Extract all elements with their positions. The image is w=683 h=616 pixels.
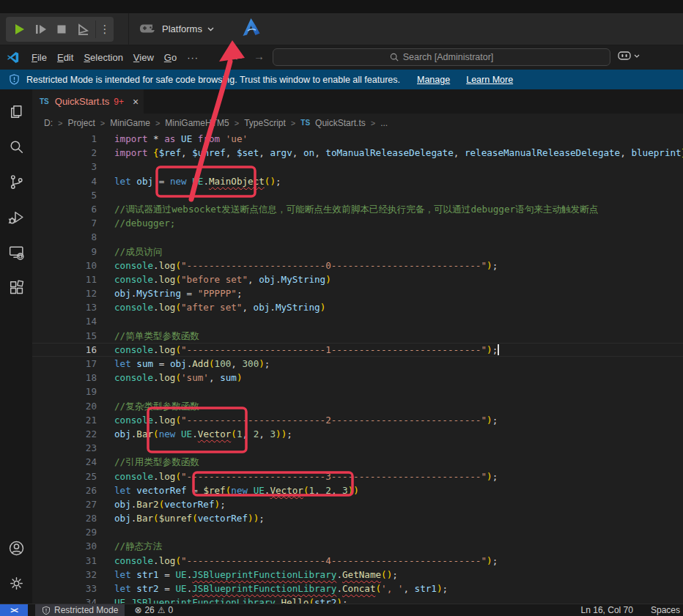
code-line-5[interactable]: 5 bbox=[32, 188, 683, 202]
breadcrumb-item-typescript[interactable]: TypeScript bbox=[244, 118, 286, 128]
remote-explorer-icon[interactable] bbox=[0, 234, 32, 270]
close-tab-button[interactable]: × bbox=[133, 96, 139, 108]
code-line-29[interactable]: 29 bbox=[32, 525, 683, 539]
cursor-position-status[interactable]: Ln 16, Col 70 bbox=[572, 605, 642, 615]
tab-quickstart[interactable]: TS QuickStart.ts 9+ × bbox=[32, 89, 144, 114]
chevron-down-icon bbox=[634, 54, 640, 58]
platforms-dropdown[interactable]: Platforms bbox=[139, 23, 214, 34]
line-content: //成员访问 bbox=[97, 245, 163, 259]
code-line-27[interactable]: 27obj.Bar2(vectorRef); bbox=[32, 497, 683, 511]
code-line-31[interactable]: 31console.log("-------------------------… bbox=[32, 554, 683, 568]
extensions-icon[interactable] bbox=[0, 270, 32, 305]
editor[interactable]: 1import * as UE from 'ue'2import {$ref, … bbox=[32, 132, 683, 604]
restricted-mode-banner: Restricted Mode is intended for safe cod… bbox=[0, 70, 683, 89]
code-line-6[interactable]: 6//调试器通过websocket发送断点信息，可能断点生效前脚本已经执行完备，… bbox=[32, 202, 683, 216]
search-placeholder: Search [Administrator] bbox=[403, 52, 494, 62]
vscode-titlebar: FileEditSelectionViewGo ··· ← → Search [… bbox=[0, 45, 683, 70]
line-content: obj.Bar($unref(vectorRef)); bbox=[97, 511, 265, 525]
search-icon[interactable] bbox=[0, 129, 32, 164]
more-options-button[interactable]: ⋮ bbox=[98, 23, 111, 36]
code-line-19[interactable]: 19 bbox=[32, 385, 683, 398]
menu-edit[interactable]: Edit bbox=[52, 50, 78, 65]
code-line-32[interactable]: 32let str1 = UE.JSBlueprintFunctionLibra… bbox=[32, 568, 683, 582]
blue-a-app-logo-icon[interactable] bbox=[240, 16, 262, 42]
code-line-23[interactable]: 23 bbox=[32, 441, 683, 455]
platforms-label: Platforms bbox=[162, 23, 202, 34]
code-line-4[interactable]: 4let obj = new UE.MainObject(); bbox=[32, 174, 683, 188]
breadcrumb-item-minigame[interactable]: MiniGame bbox=[110, 118, 150, 128]
play-button[interactable] bbox=[8, 18, 29, 40]
breadcrumb: D:>Project>MiniGame>MiniGameHTM5>TypeScr… bbox=[32, 114, 683, 132]
code-line-3[interactable]: 3 bbox=[32, 160, 683, 174]
text-cursor bbox=[498, 344, 499, 355]
code-line-26[interactable]: 26let vectorRef = $ref(new UE.Vector(1, … bbox=[32, 483, 683, 497]
frame-advance-button[interactable] bbox=[29, 18, 51, 40]
code-line-13[interactable]: 13console.log("after set", obj.MyString) bbox=[32, 300, 683, 314]
navigate-back-button[interactable]: ← bbox=[233, 50, 244, 62]
menu-view[interactable]: View bbox=[128, 50, 159, 65]
code-line-18[interactable]: 18console.log('sum', sum) bbox=[32, 371, 683, 385]
code-line-17[interactable]: 17let sum = obj.Add(100, 300); bbox=[32, 357, 683, 371]
line-content: //引用类型参数函数 bbox=[97, 455, 199, 469]
code-line-30[interactable]: 30//静态方法 bbox=[32, 539, 683, 553]
code-line-34[interactable]: 34UE.JSBlueprintFunctionLibrary.Hello(st… bbox=[32, 595, 683, 604]
menu-file[interactable]: File bbox=[26, 50, 52, 65]
learn-more-link[interactable]: Learn More bbox=[466, 75, 513, 85]
code-line-7[interactable]: 7//debugger; bbox=[32, 216, 683, 230]
code-line-20[interactable]: 20//复杂类型参数函数 bbox=[32, 399, 683, 413]
explorer-icon[interactable] bbox=[0, 94, 32, 129]
code-line-24[interactable]: 24//引用类型参数函数 bbox=[32, 455, 683, 469]
code-line-25[interactable]: 25console.log("-------------------------… bbox=[32, 470, 683, 483]
search-input[interactable]: Search [Administrator] bbox=[273, 48, 610, 66]
run-debug-icon[interactable] bbox=[0, 199, 32, 234]
menu-more-button[interactable]: ··· bbox=[182, 50, 204, 65]
problems-status[interactable]: ⊗ 26 ⚠ 0 bbox=[128, 604, 180, 616]
code-line-15[interactable]: 15//简单类型参数函数 bbox=[32, 329, 683, 343]
code-line-10[interactable]: 10console.log("-------------------------… bbox=[32, 259, 683, 272]
code-line-33[interactable]: 33let str2 = UE.JSBlueprintFunctionLibra… bbox=[32, 582, 683, 595]
breadcrumb-separator: > bbox=[155, 119, 160, 127]
breadcrumb-item-quickstartts[interactable]: TSQuickStart.ts bbox=[300, 118, 365, 128]
line-number: 31 bbox=[32, 554, 97, 568]
stop-button[interactable] bbox=[51, 18, 72, 40]
line-content: console.log("before set", obj.MyString) bbox=[97, 272, 331, 286]
code-line-22[interactable]: 22obj.Bar(new UE.Vector(1, 2, 3)); bbox=[32, 427, 683, 441]
line-number: 24 bbox=[32, 455, 97, 469]
menu-go[interactable]: Go bbox=[159, 50, 182, 65]
menu-bar-items: FileEditSelectionViewGo bbox=[26, 50, 182, 65]
copilot-menu-button[interactable] bbox=[618, 51, 640, 61]
code-line-11[interactable]: 11console.log("before set", obj.MyString… bbox=[32, 272, 683, 286]
remote-indicator[interactable]: >< bbox=[0, 604, 28, 616]
line-content: obj.Bar(new UE.Vector(1, 2, 3)); bbox=[97, 427, 292, 441]
manage-link[interactable]: Manage bbox=[417, 75, 450, 85]
code-line-16[interactable]: 16console.log("-------------------------… bbox=[32, 343, 683, 357]
editor-zone: TS QuickStart.ts 9+ × D:>Project>MiniGam… bbox=[32, 89, 683, 604]
line-number: 27 bbox=[32, 497, 97, 511]
line-content bbox=[97, 230, 114, 244]
line-content: //静态方法 bbox=[97, 539, 163, 553]
restricted-mode-status[interactable]: Restricted Mode bbox=[35, 604, 125, 616]
indentation-status[interactable]: Spaces bbox=[642, 605, 683, 615]
code-line-9[interactable]: 9//成员访问 bbox=[32, 245, 683, 259]
navigate-forward-button[interactable]: → bbox=[254, 50, 265, 62]
source-control-icon[interactable] bbox=[0, 164, 32, 199]
launch-button[interactable] bbox=[72, 18, 93, 40]
code-line-21[interactable]: 21console.log("-------------------------… bbox=[32, 413, 683, 427]
accounts-icon[interactable] bbox=[0, 530, 32, 565]
code-line-8[interactable]: 8 bbox=[32, 230, 683, 244]
breadcrumb-item-minigamehtm5[interactable]: MiniGameHTM5 bbox=[165, 118, 229, 128]
breadcrumb-item-project[interactable]: Project bbox=[67, 118, 95, 128]
code-line-12[interactable]: 12obj.MyString = "PPPPP"; bbox=[32, 286, 683, 300]
breadcrumb-separator: > bbox=[291, 119, 295, 127]
breadcrumb-item-[interactable]: ... bbox=[380, 118, 388, 128]
settings-icon[interactable] bbox=[0, 565, 32, 601]
code-line-14[interactable]: 14 bbox=[32, 314, 683, 328]
code-line-1[interactable]: 1import * as UE from 'ue' bbox=[32, 132, 683, 146]
breadcrumb-item-d[interactable]: D: bbox=[44, 118, 53, 128]
code-line-28[interactable]: 28obj.Bar($unref(vectorRef)); bbox=[32, 511, 683, 525]
menu-selection[interactable]: Selection bbox=[78, 50, 128, 65]
code-line-2[interactable]: 2import {$ref, $unref, $set, argv, on, t… bbox=[32, 146, 683, 160]
launch-icon bbox=[75, 22, 91, 37]
ue-toolbar: ⋮ Platforms bbox=[0, 13, 683, 45]
line-number: 14 bbox=[32, 314, 97, 328]
